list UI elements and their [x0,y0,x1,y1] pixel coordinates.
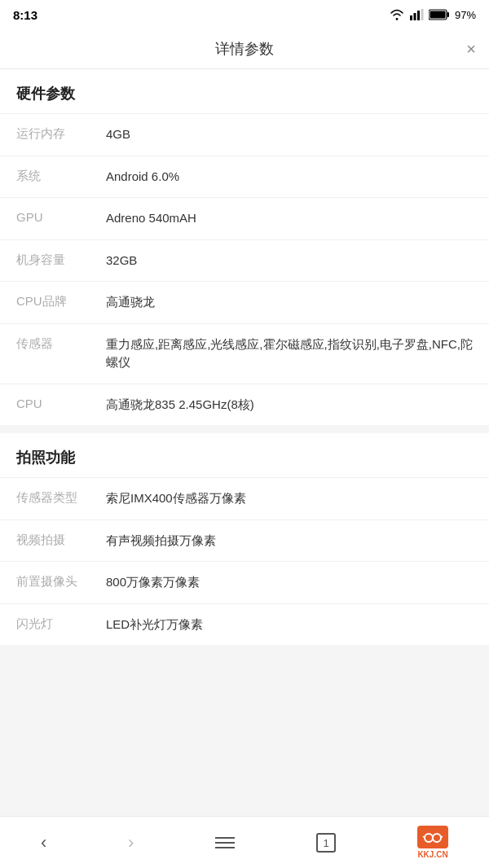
row-value: 32GB [106,252,473,270]
table-row: 前置摄像头 800万像素万像素 [0,561,489,603]
title-bar: 详情参数 × [0,29,489,69]
back-icon: ‹ [41,832,46,853]
row-value: 800万像素万像素 [106,573,473,592]
table-row: 运行内存 4GB [0,113,489,156]
tabs-button[interactable] [300,826,352,859]
svg-rect-3 [421,9,423,20]
battery-icon [429,9,450,20]
row-label: 前置摄像头 [16,573,106,590]
table-row: CPU 高通骁龙835 2.45GHz(8核) [0,384,489,426]
row-value: 高通骁龙835 2.45GHz(8核) [106,396,473,414]
row-value: 索尼IMX400传感器万像素 [106,489,473,508]
table-row: 系统 Android 6.0% [0,156,489,198]
row-value: Adreno 540mAH [106,209,473,228]
svg-rect-5 [447,12,449,17]
row-label: 闪光灯 [16,616,106,632]
hardware-title: 硬件参数 [0,69,489,113]
forward-icon: › [128,832,134,853]
logo-icon [417,826,448,848]
bottom-nav: ‹ › KKJ.CN [0,816,489,868]
close-button[interactable]: × [466,40,476,59]
table-row: 机身容量 32GB [0,239,489,282]
hardware-section: 硬件参数 运行内存 4GB 系统 Android 6.0% GPU Adreno… [0,69,489,425]
table-row: GPU Adreno 540mAH [0,197,489,239]
row-label: CPU品牌 [16,293,106,309]
svg-rect-2 [417,11,420,20]
table-row: 传感器 重力感应,距离感应,光线感应,霍尔磁感应,指纹识别,电子罗盘,NFC,陀… [0,323,489,384]
table-row: CPU品牌 高通骁龙 [0,281,489,323]
back-button[interactable]: ‹ [24,826,63,860]
table-row: 视频拍摄 有声视频拍摄万像素 [0,519,489,562]
row-label: 传感器 [16,335,106,352]
wifi-icon [390,9,404,20]
forward-button[interactable]: › [112,826,150,860]
row-label: 系统 [16,168,106,184]
tabs-icon [316,833,336,853]
logo-text: KKJ.CN [417,850,447,859]
row-value: Android 6.0% [106,168,473,186]
svg-rect-6 [430,11,445,19]
camera-section: 拍照功能 传感器类型 索尼IMX400传感器万像素 视频拍摄 有声视频拍摄万像素… [0,433,489,645]
battery-percent: 97% [455,9,476,21]
row-label: 机身容量 [16,252,106,268]
row-label: 传感器类型 [16,489,106,506]
page-title: 详情参数 [215,39,274,59]
row-label: GPU [16,209,106,224]
status-bar: 8:13 97% [0,0,489,29]
content-area: 硬件参数 运行内存 4GB 系统 Android 6.0% GPU Adreno… [0,69,489,810]
row-label: 运行内存 [16,125,106,142]
row-value: 有声视频拍摄万像素 [106,532,473,550]
signal-icon [409,9,424,20]
row-label: CPU [16,396,106,410]
kuaike-logo: KKJ.CN [417,826,448,859]
row-value: 高通骁龙 [106,293,473,312]
row-value: 重力感应,距离感应,光线感应,霍尔磁感应,指纹识别,电子罗盘,NFC,陀螺仪 [106,335,473,372]
svg-rect-1 [413,13,416,20]
camera-title: 拍照功能 [0,433,489,477]
menu-button[interactable] [199,831,251,855]
status-time: 8:13 [13,8,37,22]
table-row: 闪光灯 LED补光灯万像素 [0,603,489,646]
row-value: LED补光灯万像素 [106,616,473,634]
row-label: 视频拍摄 [16,532,106,548]
hamburger-icon [215,837,235,848]
status-icons: 97% [390,9,476,21]
logo-button[interactable]: KKJ.CN [401,819,465,866]
svg-rect-0 [410,15,412,20]
table-row: 传感器类型 索尼IMX400传感器万像素 [0,477,489,519]
row-value: 4GB [106,125,473,144]
